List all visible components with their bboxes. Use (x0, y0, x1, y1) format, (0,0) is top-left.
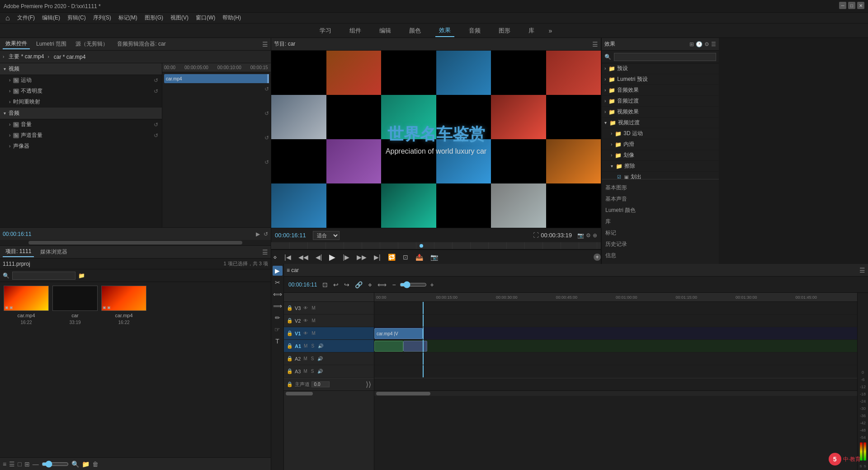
prev-frame-btn[interactable]: ◀| (314, 253, 324, 262)
preview-current-time[interactable]: 00:00:16:11 (275, 232, 311, 239)
et-audio-transitions[interactable]: › 📁 音频过渡 (602, 96, 719, 107)
tl-m-a1[interactable]: M (303, 343, 308, 349)
et-lumetri-presets[interactable]: › 📁 Lumetri 预设 (602, 74, 719, 85)
nav-components[interactable]: 组件 (346, 25, 365, 37)
master-end-marker[interactable]: ⟩⟩ (366, 380, 371, 389)
tl-zoom-out-btn[interactable]: − (390, 280, 397, 289)
list-view-btn[interactable]: ≡ (3, 461, 6, 468)
output-btn[interactable]: 📤 (414, 253, 425, 262)
ec-loop-icon[interactable]: ↺ (264, 231, 268, 237)
folder-icon[interactable]: 📁 (78, 273, 85, 279)
tl-mute-v1[interactable]: M (311, 330, 316, 336)
new-item-btn[interactable]: ⊞ (24, 461, 30, 468)
preview-tab-program[interactable]: 节目: car (274, 40, 295, 48)
preview-fit-select[interactable]: 适合 25% 50% 100% (313, 231, 340, 240)
tl-eye-v3[interactable]: 👁 (302, 305, 309, 311)
menu-view[interactable]: 视图(V) (167, 13, 192, 23)
effects-menu-icon[interactable]: ☰ (711, 41, 716, 47)
preview-menu-icon[interactable]: ☰ (592, 41, 598, 48)
project-search-input[interactable] (12, 272, 75, 280)
tl-marker-btn[interactable]: ⋄ (366, 280, 374, 289)
channelvol-reset[interactable]: ↺ (154, 132, 158, 139)
et-presets[interactable]: › 📁 预设 (602, 63, 719, 74)
effects-settings-icon[interactable]: ⚙ (704, 41, 709, 47)
maximize-button[interactable]: □ (848, 2, 855, 9)
add-marker-icon[interactable]: ⊕ (593, 232, 597, 239)
et-video-transitions[interactable]: ▾ 📁 视频过渡 (602, 118, 719, 128)
label-library[interactable]: 库 (605, 216, 715, 227)
video-chevron[interactable]: ▾ (4, 66, 6, 71)
tl-m-a3[interactable]: M (302, 368, 308, 374)
reset-4[interactable]: ↺ (264, 159, 269, 165)
tool-rate-stretch[interactable]: ⟹ (273, 301, 283, 311)
reset-1[interactable]: ↺ (264, 86, 269, 92)
nav-learn[interactable]: 学习 (316, 25, 335, 37)
tl-redo-btn[interactable]: ↪ (342, 280, 351, 289)
tool-pen[interactable]: ✏ (273, 313, 283, 323)
clip-a1-main[interactable] (374, 341, 403, 352)
tl-lock-v1[interactable]: 🔒 (287, 330, 293, 336)
tl-eye-v1[interactable]: 👁 (302, 330, 309, 336)
channelvol-chevron[interactable]: › (9, 133, 10, 138)
search-btn[interactable]: 🔍 (71, 461, 79, 468)
menu-mark[interactable]: 标记(M) (115, 13, 141, 23)
et-erase[interactable]: ▾ 📁 擦除 (602, 161, 719, 172)
preview-ruler[interactable] (271, 242, 601, 249)
label-lumetri-color[interactable]: Lumetri 颜色 (605, 205, 715, 216)
loop-btn[interactable]: 🔁 (386, 253, 397, 262)
step-back-btn[interactable]: ◀◀ (297, 253, 310, 262)
track-labels-hscroll[interactable] (284, 390, 374, 396)
step-fwd-btn[interactable]: ▶▶ (355, 253, 368, 262)
size-slider[interactable] (42, 461, 69, 468)
panner-chevron[interactable]: › (9, 144, 10, 149)
label-basic-graphics[interactable]: 基本图形 (605, 182, 715, 193)
menu-sequence[interactable]: 序列(S) (90, 13, 115, 23)
timeline-menu-icon[interactable]: ☰ (859, 267, 865, 274)
thumb-3[interactable]: ▣ ▣ (101, 286, 146, 311)
nav-edit[interactable]: 编辑 (376, 25, 395, 37)
tl-snap-btn[interactable]: ⊡ (321, 280, 330, 289)
tl-vol-a1[interactable]: 🔊 (317, 343, 324, 349)
track-labels-hscroll-thumb[interactable] (286, 392, 313, 395)
tl-undo-btn[interactable]: ↩ (331, 280, 340, 289)
opacity-chevron[interactable]: › (9, 89, 10, 94)
tl-mute-v2[interactable]: M (311, 318, 316, 324)
safe-margins-btn[interactable]: ⊡ (401, 253, 410, 262)
reset-3[interactable]: ↺ (264, 135, 269, 141)
tool-text[interactable]: T (273, 336, 283, 346)
et-video-effects[interactable]: › 📁 视频效果 (602, 107, 719, 118)
tl-vol-a2[interactable]: 🔊 (316, 356, 324, 362)
minimize-button[interactable]: ─ (839, 2, 846, 9)
thumb-2[interactable] (52, 286, 98, 311)
motion-chevron[interactable]: › (9, 78, 10, 83)
tab-media-browser[interactable]: 媒体浏览器 (38, 247, 70, 257)
label-basic-audio[interactable]: 基本声音 (605, 193, 715, 205)
tl-expand-btn[interactable]: ⟺ (376, 280, 388, 289)
tl-lock-a3[interactable]: 🔒 (287, 368, 293, 374)
tab-source[interactable]: 源（无剪辑） (73, 39, 111, 49)
effects-grid-icon[interactable]: ⊞ (689, 41, 694, 47)
effects-clock-icon[interactable]: 🕐 (696, 41, 703, 47)
grid-view-btn[interactable]: ☰ (9, 461, 15, 468)
project-panel-menu-icon[interactable]: ☰ (262, 249, 268, 256)
nav-color[interactable]: 颜色 (406, 25, 425, 37)
label-markers[interactable]: 标记 (605, 227, 715, 239)
label-history[interactable]: 历史记录 (605, 239, 715, 250)
track-content-hscroll[interactable] (374, 390, 857, 396)
tl-vol-a3[interactable]: 🔊 (316, 368, 324, 374)
audio-chevron[interactable]: ▾ (4, 111, 6, 116)
et-3d-motion[interactable]: › 📁 3D 运动 (602, 128, 719, 139)
preview-add-btn[interactable]: + (594, 254, 601, 261)
tl-s-a3[interactable]: S (310, 368, 315, 374)
clip-trim-handle[interactable] (267, 74, 269, 83)
tl-lock-a1[interactable]: 🔒 (287, 343, 293, 349)
volume-chevron[interactable]: › (9, 122, 10, 127)
tl-zoom-slider[interactable] (400, 281, 427, 288)
tl-m-a2[interactable]: M (302, 356, 308, 362)
nav-graphics[interactable]: 图形 (495, 25, 514, 37)
volume-reset[interactable]: ↺ (154, 122, 158, 128)
et-audio-effects[interactable]: › 📁 音频效果 (602, 85, 719, 96)
new-bin-btn[interactable]: 📁 (82, 461, 90, 468)
new-folder-btn[interactable]: □ (18, 461, 21, 468)
et-inner-slide[interactable]: › 📁 内滑 (602, 139, 719, 150)
